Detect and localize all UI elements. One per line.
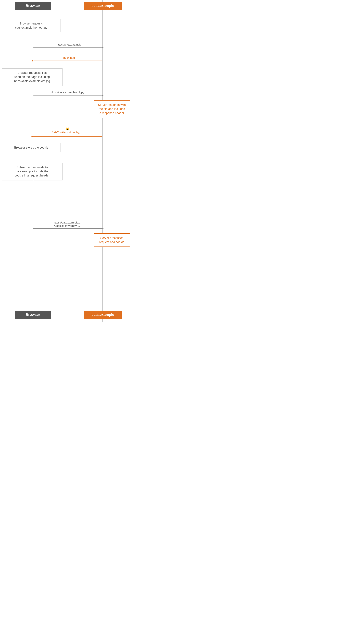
note-browser-requests-files: Browser requests filesused on the page i… — [2, 68, 63, 86]
note-browser-stores: Browser stores the cookie — [2, 143, 61, 152]
footer-cats: cats.example — [84, 310, 122, 319]
note-subsequent-requests: Subsequent requests tocats.example inclu… — [2, 163, 63, 180]
arrow-index-html-label: index.html — [41, 56, 97, 60]
browser-lifeline — [33, 0, 33, 322]
note-server-processes: Server processesrequest and cookie — [94, 233, 130, 247]
header-cats: cats.example — [84, 2, 122, 10]
arrow-https-cats-label: https://cats.example — [41, 43, 97, 46]
note-server-responds: Server responds withthe file and include… — [94, 100, 130, 118]
sequence-diagram: Browser cats.example Browser requestscat… — [0, 0, 132, 322]
arrow-set-cookie-label: 🐱Set-Cookie: cat=tabby; ... — [38, 127, 97, 134]
arrow-cat-jpg-label: https://cats.example/cat.jpg — [36, 91, 99, 94]
header-browser: Browser — [15, 2, 51, 10]
note-browser-requests-homepage: Browser requestscats.example homepage — [2, 19, 61, 32]
cats-lifeline — [102, 0, 103, 322]
arrow-subsequent-label: https://cats.example/...Cookie: cat=tabb… — [36, 221, 99, 228]
footer-browser: Browser — [15, 310, 51, 319]
arrows-svg — [0, 0, 132, 322]
